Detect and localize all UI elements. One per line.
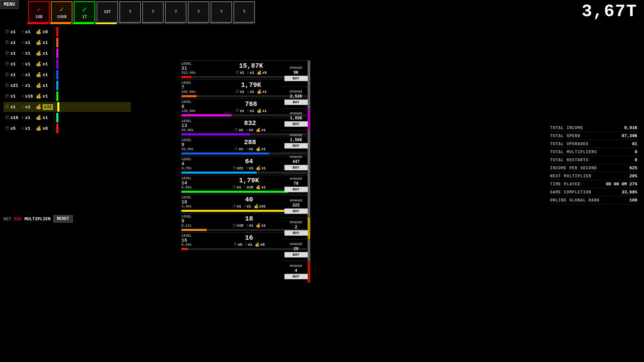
clock-icon: ⏱ xyxy=(5,105,9,110)
color-bar xyxy=(56,59,58,69)
coin-icon: 💰 xyxy=(36,72,41,77)
buy-button[interactable]: BUY xyxy=(284,121,308,127)
upgrade-value: 2 xyxy=(295,225,297,230)
row-level-label: LEVEL 9 32,00s xyxy=(181,138,194,151)
separator xyxy=(54,28,54,36)
bolt-icon: ⚡ xyxy=(21,40,24,45)
stat-row-0: TOTAL INCOME9,91K xyxy=(550,124,637,132)
upgrade-label: UPGRADE xyxy=(290,134,303,137)
separator xyxy=(55,103,55,111)
sidebar-row-5[interactable]: ⏱x21⚡x1💰x1 xyxy=(3,80,131,90)
menu-button[interactable]: MENU xyxy=(0,0,19,9)
bolt-icon: ⚡ xyxy=(21,61,24,67)
sidebar-row-2[interactable]: ⏱x1⚡x1💰x1 xyxy=(3,48,131,58)
stat-label: TOTAL INCOME xyxy=(550,126,583,130)
clock-val: x1 xyxy=(10,94,20,99)
coin-icon: 💰 xyxy=(36,126,41,131)
upgrade-vbar xyxy=(308,174,310,195)
separator xyxy=(54,81,54,89)
buy-button[interactable]: BUY xyxy=(284,100,308,105)
separator xyxy=(54,114,54,122)
coin-val: x1 xyxy=(43,72,52,77)
get-label: GET xyxy=(3,217,11,222)
upgrade-row-7: UPGRADE 2 BUY xyxy=(282,217,310,239)
clock-icon: ⏱ xyxy=(5,62,9,67)
coin-icon: 💰 xyxy=(36,51,41,56)
milestone-btn-1[interactable]: ✓100B xyxy=(51,1,72,23)
color-bar xyxy=(56,49,58,58)
milestone-btn-4[interactable]: ? xyxy=(119,1,141,23)
color-bar xyxy=(57,102,59,112)
bolt-icon: ⚡ xyxy=(21,51,24,56)
upgrade-row-3: UPGRADE 1,56K BUY xyxy=(282,130,310,152)
upgrade-label: UPGRADE xyxy=(290,177,303,181)
sidebar-row-6[interactable]: ⏱x1⚡x16💰x1 xyxy=(3,91,131,101)
buy-button[interactable]: BUY xyxy=(284,165,308,170)
stat-row-9: ONLINE GLOBAL RANK100 xyxy=(550,196,637,204)
clock-icon: ⏱ xyxy=(5,115,9,120)
separator xyxy=(54,124,54,132)
color-bar xyxy=(56,27,58,37)
bolt-icon: ⚡ xyxy=(21,115,24,120)
clock-icon: ⏱ xyxy=(5,51,9,56)
multiplier-row: GET X32 MULTIPLIER RESET xyxy=(3,215,73,223)
buy-button[interactable]: BUY xyxy=(284,76,308,81)
clock-val: x1 xyxy=(10,29,20,35)
milestone-btn-7[interactable]: ? xyxy=(188,1,209,23)
separator xyxy=(54,49,54,57)
clock-val: x1 xyxy=(10,51,20,56)
sidebar-row-1[interactable]: ⏱x1⚡x1💰x1 xyxy=(3,38,131,48)
buy-button[interactable]: BUY xyxy=(284,230,308,236)
row-level-label: LEVEL 6 128,00s xyxy=(181,100,196,113)
left-sidebar: ⏱x1⚡x1💰x9⏱x1⚡x1💰x1⏱x1⚡x1💰x1⏱x1⚡x1💰x1⏱x1⚡… xyxy=(3,27,131,133)
bolt-val: x1 xyxy=(25,83,35,88)
sidebar-row-0[interactable]: ⏱x1⚡x1💰x9 xyxy=(3,27,131,37)
stat-row-1: TOTAL SPEND87,39K xyxy=(550,132,637,140)
milestone-btn-5[interactable]: ? xyxy=(142,1,164,23)
upgrade-row-5: UPGRADE 78 BUY xyxy=(282,174,310,195)
clock-icon: ⏱ xyxy=(5,83,9,88)
milestone-btn-9[interactable]: ? xyxy=(233,1,255,23)
upgrade-row-9: UPGRADE 4 BUY xyxy=(282,261,310,283)
upgrade-label: UPGRADE xyxy=(290,66,303,70)
stats-panel: TOTAL INCOME9,91KTOTAL SPEND87,39KTOTAL … xyxy=(550,124,637,204)
progress-fill xyxy=(181,248,188,250)
stat-value: 625 xyxy=(630,166,637,171)
stat-label: TOTAL MULTIPLIERS xyxy=(550,150,597,155)
stat-value: 9,91K xyxy=(624,125,637,130)
upgrade-label: UPGRADE xyxy=(290,243,303,246)
sidebar-row-3[interactable]: ⏱x1⚡x1💰x1 xyxy=(3,59,131,69)
coin-val: x1 xyxy=(43,51,52,56)
milestone-btn-3[interactable]: 10T xyxy=(97,1,118,23)
milestone-btn-2[interactable]: ✓1T xyxy=(74,1,95,23)
sidebar-row-7[interactable]: ⏱x1⚡x1💰x31 xyxy=(3,102,131,112)
clock-icon: ⏱ xyxy=(5,29,9,35)
upgrade-vbar xyxy=(308,152,310,174)
milestone-btn-8[interactable]: ? xyxy=(211,1,232,23)
stat-row-4: TOTAL RESTARTS0 xyxy=(550,156,637,164)
bolt-icon: ⚡ xyxy=(21,72,24,77)
row-level-label: LEVEL 4 0,76s xyxy=(181,158,192,170)
milestone-btn-6[interactable]: ? xyxy=(165,1,186,23)
reset-button[interactable]: RESET xyxy=(53,215,73,223)
sidebar-row-9[interactable]: ⏱x5⚡x1💰x8 xyxy=(3,123,131,133)
progress-fill xyxy=(181,172,257,174)
stat-label: GAME COMPLETION xyxy=(550,190,591,195)
color-bar xyxy=(56,38,58,47)
buy-button[interactable]: BUY xyxy=(284,187,308,192)
buy-button[interactable]: BUY xyxy=(284,274,308,279)
upgrade-label: UPGRADE xyxy=(290,156,303,159)
buy-button[interactable]: BUY xyxy=(284,208,308,214)
sidebar-row-8[interactable]: ⏱x18⚡x1💰x1 xyxy=(3,113,131,123)
row-level-label: LEVEL 14 8,00s xyxy=(181,177,192,189)
buy-button[interactable]: BUY xyxy=(284,143,308,148)
upgrade-value: 1,56K xyxy=(290,138,302,142)
coin-icon: 💰 xyxy=(36,115,41,120)
bolt-icon: ⚡ xyxy=(21,104,24,110)
buy-button[interactable]: BUY xyxy=(284,252,308,257)
milestone-btn-0[interactable]: ✓10B xyxy=(28,1,50,23)
clock-val: x1 xyxy=(10,62,20,67)
sidebar-row-4[interactable]: ⏱x1⚡x1💰x1 xyxy=(3,70,131,80)
upgrade-row-6: UPGRADE 222 BUY xyxy=(282,195,310,217)
upgrade-label: UPGRADE xyxy=(290,221,303,224)
